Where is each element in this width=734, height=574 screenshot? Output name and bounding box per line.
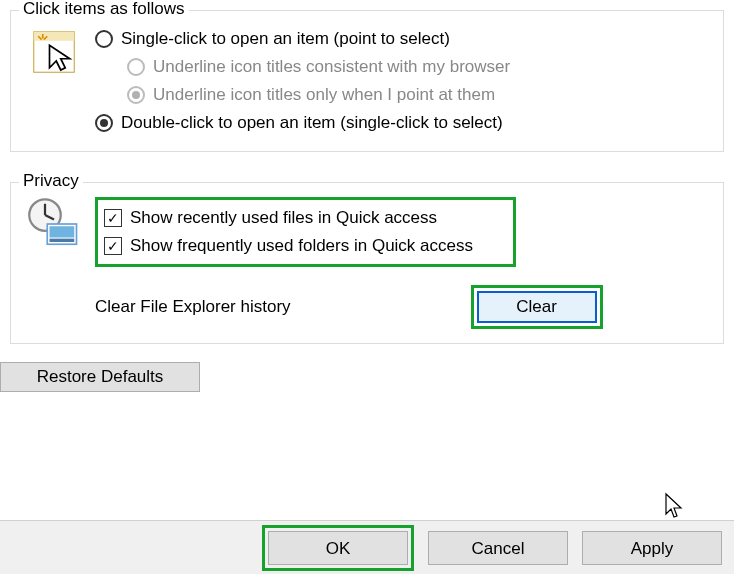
apply-button[interactable]: Apply [582,531,722,565]
underline-point-label: Underline icon titles only when I point … [153,81,495,109]
single-click-label: Single-click to open an item (point to s… [121,25,450,53]
click-pointer-icon [27,25,81,79]
show-recent-files-option[interactable]: ✓ Show recently used files in Quick acce… [104,204,473,232]
underline-browser-label: Underline icon titles consistent with my… [153,53,510,81]
dialog-button-bar: OK Cancel Apply [0,520,734,574]
click-items-group: Click items as follows Single-click to o… [10,10,724,152]
ok-button[interactable]: OK [268,531,408,565]
privacy-group: Privacy ✓ Show recently used files in Qu… [10,182,724,344]
clear-button[interactable]: Clear [477,291,597,323]
checkbox-icon: ✓ [104,209,122,227]
privacy-legend: Privacy [19,171,83,191]
show-recent-files-label: Show recently used files in Quick access [130,204,437,232]
ok-button-highlight: OK [262,525,414,571]
underline-browser-option: Underline icon titles consistent with my… [127,53,713,81]
single-click-option[interactable]: Single-click to open an item (point to s… [95,25,713,53]
restore-defaults-button[interactable]: Restore Defaults [0,362,200,392]
radio-icon [95,30,113,48]
svg-rect-1 [34,32,75,41]
privacy-history-icon [27,197,81,251]
click-items-legend: Click items as follows [19,0,189,19]
clear-history-label: Clear File Explorer history [95,297,291,317]
double-click-label: Double-click to open an item (single-cli… [121,109,503,137]
svg-rect-9 [50,226,75,237]
show-frequent-folders-label: Show frequently used folders in Quick ac… [130,232,473,260]
checkbox-icon: ✓ [104,237,122,255]
radio-icon [95,114,113,132]
mouse-cursor-icon [664,492,684,518]
double-click-option[interactable]: Double-click to open an item (single-cli… [95,109,713,137]
underline-point-option: Underline icon titles only when I point … [127,81,713,109]
clear-button-highlight: Clear [471,285,603,329]
radio-icon [127,58,145,76]
cancel-button[interactable]: Cancel [428,531,568,565]
privacy-highlight: ✓ Show recently used files in Quick acce… [95,197,516,267]
svg-rect-10 [50,239,75,242]
radio-icon [127,86,145,104]
show-frequent-folders-option[interactable]: ✓ Show frequently used folders in Quick … [104,232,473,260]
